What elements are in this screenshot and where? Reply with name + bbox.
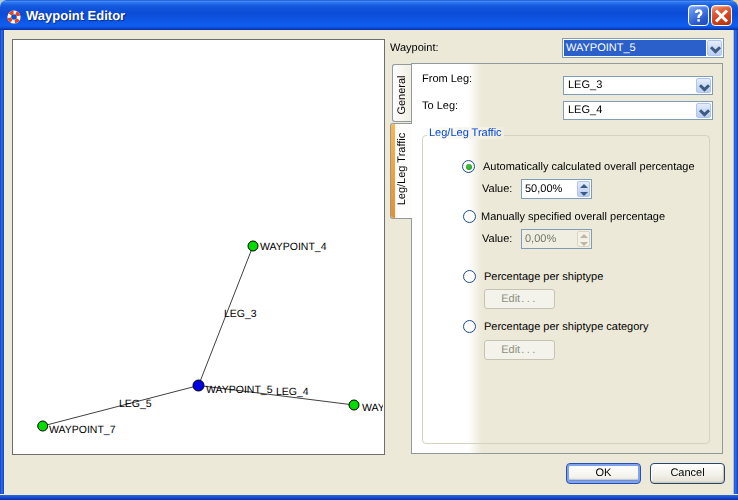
svg-text:LEG_5: LEG_5	[119, 398, 152, 410]
svg-text:WAY: WAY	[362, 402, 383, 414]
svg-text:WAYPOINT_7: WAYPOINT_7	[49, 424, 116, 436]
svg-text:WAYPOINT_5: WAYPOINT_5	[206, 384, 273, 396]
svg-text:WAYPOINT_4: WAYPOINT_4	[260, 241, 327, 253]
svg-text:LEG_3: LEG_3	[224, 308, 257, 320]
svg-text:LEG_4: LEG_4	[276, 386, 309, 398]
